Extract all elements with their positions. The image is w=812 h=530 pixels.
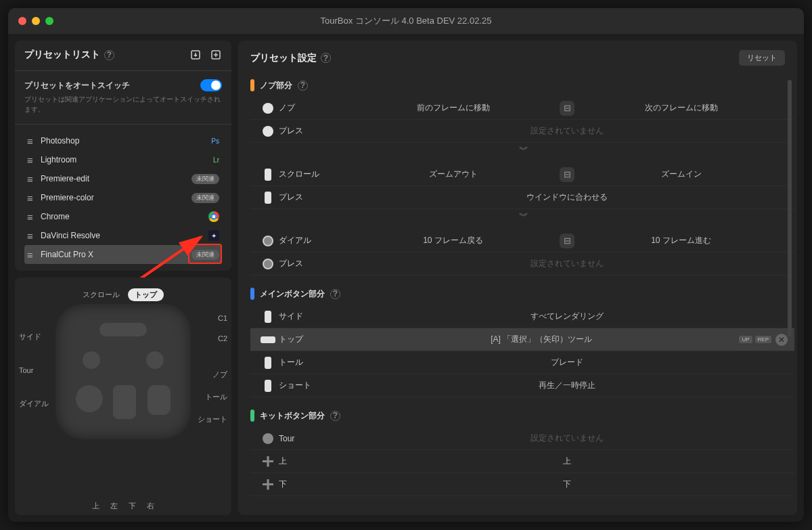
autoswitch-label: プリセットをオートスイッチ [24, 80, 130, 91]
setting-row[interactable]: プレス設定されていません [250, 252, 794, 275]
help-icon[interactable]: ? [298, 81, 308, 91]
preset-row[interactable]: ≡FinalCut Pro X未関連 [24, 245, 222, 264]
device-panel: スクロール トップ C1 C2 ノブ トール ショート サイド Tour ダイア… [15, 278, 231, 515]
setting-row[interactable]: サイドすべてレンダリング [250, 305, 794, 328]
preset-list-title: プリセットリスト [24, 49, 100, 61]
setting-row[interactable]: ショート再生／一時停止 [250, 374, 794, 397]
setting-value-right: 10 フレーム進む [574, 235, 788, 246]
clear-icon[interactable]: ✕ [775, 334, 788, 346]
preset-settings-panel: プリセット設定 ? リセット ノブ部分?ノブ前のフレームに移動⊟次のフレームに移… [238, 41, 797, 515]
setting-name: ノブ [279, 102, 346, 114]
preset-row[interactable]: ≡DaVinci Resolve✦ [24, 226, 222, 245]
setting-name: 下 [279, 479, 346, 490]
setting-value: ウインドウに合わせる [346, 192, 788, 203]
setting-name: ダイアル [279, 235, 346, 246]
help-icon[interactable]: ? [330, 411, 340, 421]
separator-icon: ⊟ [560, 101, 574, 116]
setting-name: Tour [279, 434, 346, 443]
device-label-c2: C2 [198, 334, 227, 343]
setting-row[interactable]: プレスウインドウに合わせる [250, 186, 794, 209]
drag-handle-icon[interactable]: ≡ [27, 193, 41, 203]
preset-row[interactable]: ≡Premiere-edit未関連 [24, 169, 222, 188]
import-button[interactable] [189, 49, 202, 61]
window-title: TourBox コンソール 4.0 Beta DEV 22.02.25 [8, 15, 804, 27]
control-icon [257, 126, 279, 137]
window-controls [18, 17, 53, 25]
drag-handle-icon[interactable]: ≡ [27, 250, 41, 260]
setting-value: ブレード [346, 357, 788, 368]
unlinked-pill: 未関連 [191, 193, 219, 203]
device-label-side: サイド [19, 332, 49, 342]
preset-name: DaVinci Resolve [41, 231, 208, 240]
preset-name: Lightroom [41, 155, 213, 164]
expand-button[interactable]: ︾ [250, 209, 794, 223]
device-label-tall: トール [198, 392, 227, 402]
device-label-short: ショート [198, 414, 227, 424]
setting-name: トップ [279, 334, 346, 345]
setting-name: ショート [279, 380, 346, 391]
control-icon [257, 236, 279, 246]
setting-name: サイド [279, 311, 346, 322]
titlebar: TourBox コンソール 4.0 Beta DEV 22.02.25 [8, 8, 804, 34]
setting-name: スクロール [279, 169, 346, 180]
setting-row[interactable]: スクロールズームアウト⊟ズームイン [250, 163, 794, 186]
section-header: メインボタン部分? [250, 282, 794, 305]
settings-sections: ノブ部分?ノブ前のフレームに移動⊟次のフレームに移動プレス設定されていません︾ス… [238, 74, 797, 506]
left-column: プリセットリスト ? プリセットをオートスイッチ プリセットは関連アプリケーショ… [15, 41, 231, 515]
setting-value: [A] 「選択」（矢印）ツール [346, 334, 736, 345]
section-title: メインボタン部分 [260, 288, 325, 300]
setting-value: 下 [346, 479, 788, 490]
davinci-icon: ✦ [208, 230, 219, 241]
drag-handle-icon[interactable]: ≡ [27, 155, 41, 165]
device-label-left: 左 [110, 501, 118, 511]
autoswitch-toggle[interactable] [200, 79, 222, 91]
setting-row[interactable]: 上上 [250, 450, 794, 473]
setting-row[interactable]: プレス設定されていません [250, 120, 794, 143]
expand-button[interactable]: ︾ [250, 143, 794, 156]
control-icon [257, 479, 279, 490]
preset-name: Premiere-edit [41, 174, 191, 183]
preset-row[interactable]: ≡PhotoshopPs [24, 131, 222, 150]
device-label-right: 右 [147, 501, 154, 511]
drag-handle-icon[interactable]: ≡ [27, 174, 41, 184]
control-icon [257, 433, 279, 444]
tag-pill: UP [739, 336, 752, 343]
add-preset-button[interactable] [210, 49, 222, 61]
device-label-top-chip[interactable]: トップ [128, 288, 164, 301]
setting-row[interactable]: ダイアル10 フレーム戻る⊟10 フレーム進む [250, 229, 794, 252]
close-window-button[interactable] [18, 17, 26, 25]
setting-value: 再生／一時停止 [346, 380, 788, 391]
device-label-tour: Tour [19, 366, 49, 374]
setting-name: プレス [279, 192, 346, 203]
setting-value: 設定されていません [346, 258, 788, 269]
section-cap-icon [250, 410, 254, 422]
preset-row[interactable]: ≡Chrome [24, 207, 222, 226]
setting-row[interactable]: 下下 [250, 473, 794, 496]
help-icon[interactable]: ? [330, 289, 340, 299]
setting-value: すべてレンダリング [346, 311, 788, 322]
device-label-dial: ダイアル [19, 399, 49, 409]
setting-value: 設定されていません [346, 125, 788, 137]
fullscreen-window-button[interactable] [45, 17, 53, 25]
preset-row[interactable]: ≡LightroomLr [24, 150, 222, 169]
drag-handle-icon[interactable]: ≡ [27, 212, 41, 222]
minimize-window-button[interactable] [32, 17, 40, 25]
setting-row[interactable]: トップ[A] 「選択」（矢印）ツールUPREP✕ [250, 328, 794, 351]
device-label-knob: ノブ [198, 370, 227, 380]
preset-list-panel: プリセットリスト ? プリセットをオートスイッチ プリセットは関連アプリケーショ… [15, 41, 231, 271]
preset-name: Chrome [41, 212, 208, 221]
preset-row[interactable]: ≡Premiere-color未関連 [24, 188, 222, 207]
setting-value-right: ズームイン [574, 169, 788, 180]
drag-handle-icon[interactable]: ≡ [27, 231, 41, 241]
reset-button[interactable]: リセット [739, 50, 785, 66]
setting-row[interactable]: ノブ前のフレームに移動⊟次のフレームに移動 [250, 97, 794, 120]
content: プリセットリスト ? プリセットをオートスイッチ プリセットは関連アプリケーショ… [8, 34, 804, 522]
scrollbar[interactable] [788, 80, 792, 337]
setting-row[interactable]: Tour設定されていません [250, 427, 794, 450]
setting-row[interactable]: トールブレード [250, 351, 794, 374]
control-icon [257, 103, 279, 114]
help-icon[interactable]: ? [321, 53, 331, 63]
help-icon[interactable]: ? [104, 50, 114, 60]
drag-handle-icon[interactable]: ≡ [27, 136, 41, 146]
tag-pill: REP [755, 336, 771, 343]
